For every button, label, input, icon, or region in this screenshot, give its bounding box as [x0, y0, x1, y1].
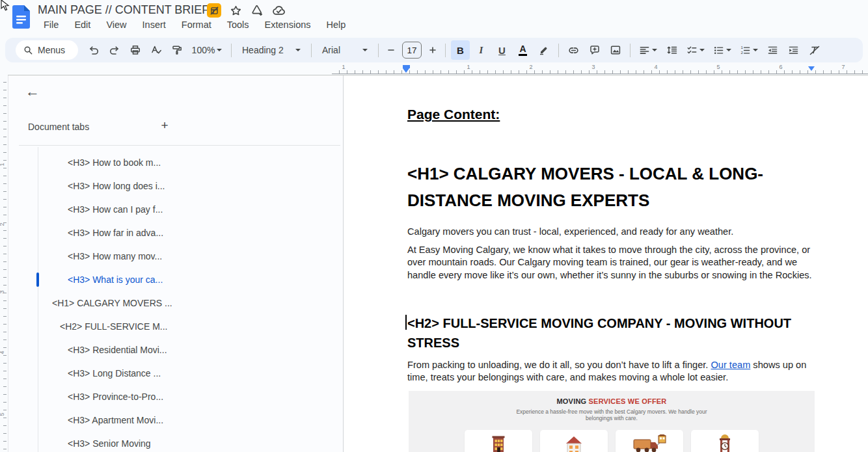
- embedded-services-image[interactable]: MOVING SERVICES WE OFFER Experience a ha…: [409, 391, 815, 452]
- doc-h1[interactable]: <H1> CALGARY MOVERS - LOCAL & LONG-DISTA…: [407, 161, 816, 214]
- service-card: [616, 430, 683, 452]
- svg-text:1: 1: [741, 45, 744, 49]
- chevron-down-icon: [753, 49, 758, 51]
- cloud-saved-status-icon[interactable]: [271, 3, 286, 18]
- add-tab-button[interactable]: +: [157, 118, 172, 133]
- ruler-number: 4: [0, 351, 5, 354]
- chevron-down-icon: [652, 49, 657, 51]
- menu-view[interactable]: View: [100, 19, 133, 31]
- menu-format[interactable]: Format: [175, 19, 218, 31]
- redo-button[interactable]: [105, 40, 124, 60]
- ruler-number: 3: [591, 64, 595, 70]
- chevron-down-icon: [699, 49, 705, 51]
- chevron-down-icon: [726, 49, 731, 51]
- family-house-icon: [562, 434, 586, 452]
- print-button[interactable]: [126, 40, 144, 60]
- outline-item[interactable]: <H3> Residential Movi...: [8, 338, 343, 362]
- search-icon: [23, 46, 33, 55]
- outline-item[interactable]: <H2> FULL-SERVICE M...: [8, 315, 343, 338]
- menu-edit[interactable]: Edit: [68, 19, 97, 31]
- chevron-down-icon: [362, 49, 368, 51]
- star-icon[interactable]: [228, 3, 243, 18]
- increase-font-size-button[interactable]: [426, 40, 440, 60]
- highlight-color-button[interactable]: [534, 40, 553, 60]
- toolbar-divider: [445, 44, 446, 57]
- doc-paragraph[interactable]: At Easy Moving Calgary, we know what it …: [407, 244, 816, 282]
- doc-paragraph[interactable]: From packing to unloading, we do it all,…: [407, 359, 816, 384]
- insert-link-button[interactable]: [564, 40, 583, 60]
- decrease-indent-button[interactable]: [763, 40, 782, 60]
- text-cursor: [405, 315, 407, 330]
- toolbar-divider: [231, 44, 232, 57]
- toolbar-divider: [558, 44, 559, 57]
- insert-image-button[interactable]: [606, 40, 625, 60]
- bulleted-list-selector[interactable]: [710, 40, 735, 60]
- svg-text:2: 2: [741, 49, 744, 54]
- doc-h2[interactable]: <H2> FULL-SERVICE MOVING COMPANY - MOVIN…: [407, 313, 816, 352]
- document-page[interactable]: Page Content: <H1> CALGARY MOVERS - LOCA…: [344, 75, 868, 452]
- document-title[interactable]: MAIN PAGE // CONTENT BRIEF: [38, 3, 209, 17]
- outline-item[interactable]: <H3> Long Distance ...: [8, 362, 343, 385]
- doc-text: From packing to unloading, we do it all,…: [407, 360, 711, 370]
- search-menus-button[interactable]: Menus: [16, 40, 78, 60]
- numbered-list-selector[interactable]: 12: [737, 40, 761, 60]
- outline-item[interactable]: <H3> Senior Moving: [8, 432, 343, 452]
- outline-item[interactable]: <H3> How long does i...: [8, 174, 343, 198]
- text-color-button[interactable]: A: [513, 40, 532, 60]
- style-value: Heading 2: [242, 45, 284, 55]
- line-spacing-button[interactable]: [662, 40, 681, 60]
- menu-help[interactable]: Help: [320, 19, 353, 31]
- service-card: [691, 430, 759, 452]
- label-badge-icon[interactable]: [207, 3, 221, 18]
- zoom-selector[interactable]: 100%: [188, 40, 226, 60]
- outline-item-active[interactable]: <H3> What is your ca...: [8, 268, 343, 291]
- add-comment-button[interactable]: [585, 40, 604, 60]
- document-tabs-panel: ← Document tabs + <H3> How to book m... …: [8, 75, 344, 452]
- checklist-icon: [686, 45, 698, 56]
- outline-item[interactable]: <H3> How to book m...: [8, 151, 343, 174]
- outline-item[interactable]: <H1> CALGARY MOVERS ...: [8, 291, 343, 315]
- bold-button[interactable]: B: [451, 40, 470, 60]
- toolbar-divider: [311, 44, 312, 57]
- right-indent-marker[interactable]: [808, 66, 815, 71]
- font-size-input[interactable]: 17: [402, 42, 422, 59]
- back-arrow-button[interactable]: ←: [25, 85, 40, 99]
- toolbar: Menus 100% Heading 2 Arial 17 B I U A: [5, 38, 863, 62]
- undo-button[interactable]: [84, 40, 103, 60]
- align-selector[interactable]: [636, 40, 660, 60]
- google-docs-logo-icon[interactable]: [12, 5, 30, 29]
- increase-indent-button[interactable]: [784, 40, 803, 60]
- ruler-number: 5: [716, 64, 720, 70]
- left-indent-marker[interactable]: [403, 65, 410, 73]
- decrease-font-size-button[interactable]: [384, 40, 398, 60]
- outline-item[interactable]: <H3> How can I pay f...: [8, 198, 343, 221]
- menu-file[interactable]: File: [37, 19, 65, 31]
- app-header: MAIN PAGE // CONTENT BRIEF File E: [0, 0, 868, 36]
- paragraph-style-selector[interactable]: Heading 2: [237, 40, 306, 60]
- menu-bar: File Edit View Insert Format Tools Exten…: [37, 19, 352, 31]
- spelling-check-button[interactable]: [146, 40, 165, 60]
- italic-button[interactable]: I: [472, 40, 491, 60]
- doc-paragraph[interactable]: Calgary movers you can trust - local, ex…: [407, 226, 816, 238]
- checklist-selector[interactable]: [683, 40, 708, 60]
- underline-button[interactable]: U: [493, 40, 511, 60]
- outline-item[interactable]: <H3> Province-to-Pro...: [8, 385, 343, 408]
- ruler-number: 5: [0, 412, 5, 416]
- menu-insert[interactable]: Insert: [136, 19, 172, 31]
- ruler-number: 2: [0, 222, 5, 226]
- menu-tools[interactable]: Tools: [221, 19, 256, 31]
- our-team-link[interactable]: Our team: [711, 360, 750, 370]
- outline-item[interactable]: <H3> How many mov...: [8, 245, 343, 268]
- outline-item[interactable]: <H3> How far in adva...: [8, 221, 343, 245]
- clear-formatting-button[interactable]: [805, 40, 824, 60]
- apartment-building-icon: [489, 434, 508, 452]
- font-family-selector[interactable]: Arial: [317, 40, 373, 60]
- horizontal-ruler: 1 1 2 3 4 5 6 7: [0, 64, 868, 75]
- menu-extensions[interactable]: Extensions: [258, 19, 318, 31]
- doc-section-heading[interactable]: Page Content:: [407, 107, 816, 122]
- move-to-drive-icon[interactable]: [250, 3, 264, 18]
- ruler-ticks: [3, 75, 7, 452]
- outline-item[interactable]: <H3> Apartment Movi...: [8, 408, 343, 432]
- paint-format-button[interactable]: [167, 40, 186, 60]
- numbered-list-icon: 12: [740, 45, 751, 56]
